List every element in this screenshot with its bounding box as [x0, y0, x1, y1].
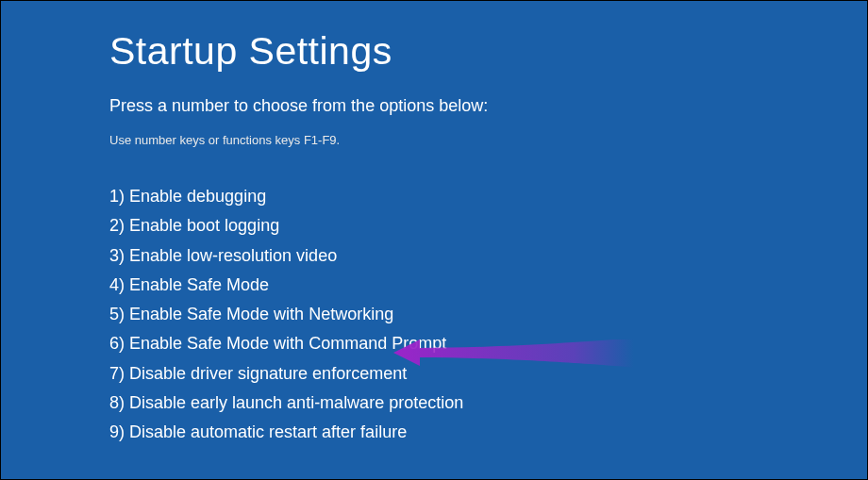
option-1[interactable]: 1) Enable debugging — [109, 185, 867, 207]
option-3[interactable]: 3) Enable low-resolution video — [109, 244, 867, 267]
page-title: Startup Settings — [109, 29, 867, 74]
startup-settings-screen: Startup Settings Press a number to choos… — [1, 1, 867, 444]
options-list: 1) Enable debugging 2) Enable boot loggi… — [109, 185, 867, 444]
option-7[interactable]: 7) Disable driver signature enforcement — [109, 362, 867, 385]
option-6[interactable]: 6) Enable Safe Mode with Command Prompt — [109, 332, 867, 355]
option-9[interactable]: 9) Disable automatic restart after failu… — [109, 421, 867, 443]
option-2[interactable]: 2) Enable boot logging — [109, 214, 867, 237]
option-8[interactable]: 8) Disable early launch anti-malware pro… — [109, 391, 867, 414]
subtitle: Press a number to choose from the option… — [109, 96, 867, 116]
hint-text: Use number keys or functions keys F1-F9. — [109, 133, 867, 147]
option-4[interactable]: 4) Enable Safe Mode — [109, 273, 867, 296]
option-5[interactable]: 5) Enable Safe Mode with Networking — [109, 303, 867, 325]
